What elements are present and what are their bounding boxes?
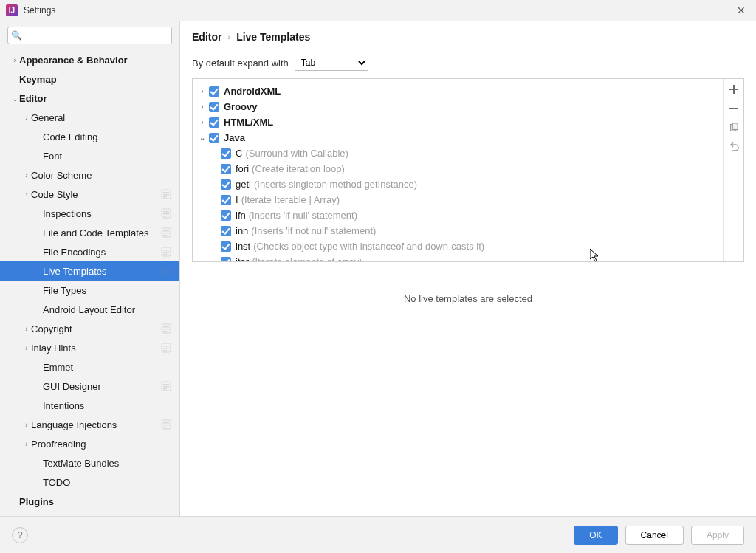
help-button[interactable]: ? bbox=[12, 527, 28, 543]
sidebar-item-code-style[interactable]: ›Code Style bbox=[0, 185, 179, 204]
template-desc: (Inserts 'if not null' statement) bbox=[251, 225, 376, 236]
template-item-geti[interactable]: geti (Inserts singleton method getInstan… bbox=[193, 176, 723, 192]
sidebar-item-file-and-code-templates[interactable]: File and Code Templates bbox=[0, 223, 179, 242]
sidebar-item-plugins[interactable]: Plugins bbox=[0, 492, 179, 511]
template-abbrev: itar bbox=[236, 256, 249, 261]
apply-button[interactable]: Apply bbox=[691, 526, 744, 545]
template-desc: (Iterate Iterable | Array) bbox=[241, 194, 340, 205]
sidebar-item-general[interactable]: ›General bbox=[0, 108, 179, 127]
checkbox[interactable] bbox=[209, 133, 219, 143]
expand-with-select[interactable]: Tab bbox=[295, 55, 368, 71]
sidebar-item-label: Proofreading bbox=[31, 439, 179, 450]
template-group-name: Groovy bbox=[224, 101, 258, 112]
sidebar-item-appearance-behavior[interactable]: ›Appearance & Behavior bbox=[0, 50, 179, 69]
checkbox[interactable] bbox=[221, 164, 231, 174]
sidebar-item-language-injections[interactable]: ›Language Injections bbox=[0, 415, 179, 434]
svg-rect-22 bbox=[163, 329, 169, 330]
project-badge-icon bbox=[160, 323, 172, 334]
project-badge-icon bbox=[160, 246, 172, 258]
template-item-itar[interactable]: itar (Iterate elements of array) bbox=[193, 254, 723, 261]
sidebar-item-font[interactable]: Font bbox=[0, 146, 179, 165]
chevron-right-icon[interactable]: › bbox=[22, 421, 31, 429]
sidebar-item-label: Font bbox=[43, 151, 179, 162]
sidebar-item-todo[interactable]: TODO bbox=[0, 473, 179, 492]
checkbox[interactable] bbox=[221, 210, 231, 221]
template-abbrev: fori bbox=[236, 163, 249, 174]
template-desc: (Iterate elements of array) bbox=[252, 256, 362, 261]
app-icon: IJ bbox=[6, 4, 18, 16]
sidebar-item-label: Color Scheme bbox=[31, 170, 179, 181]
template-item-ifn[interactable]: ifn (Inserts 'if null' statement) bbox=[193, 207, 723, 223]
chevron-down-icon[interactable]: ⌄ bbox=[197, 134, 207, 142]
template-group-groovy[interactable]: ›Groovy bbox=[193, 99, 723, 114]
checkbox[interactable] bbox=[221, 195, 231, 205]
template-item-c[interactable]: C (Surround with Callable) bbox=[193, 145, 723, 161]
chevron-right-icon[interactable]: › bbox=[22, 114, 31, 122]
sidebar-item-copyright[interactable]: ›Copyright bbox=[0, 319, 179, 338]
chevron-right-icon[interactable]: › bbox=[197, 87, 207, 95]
sidebar-item-inlay-hints[interactable]: ›Inlay Hints bbox=[0, 338, 179, 357]
sidebar-item-label: Code Style bbox=[31, 189, 160, 200]
chevron-right-icon[interactable]: › bbox=[22, 190, 31, 199]
sidebar-item-intentions[interactable]: Intentions bbox=[0, 396, 179, 415]
template-group-html-xml[interactable]: ›HTML/XML bbox=[193, 114, 723, 130]
sidebar-item-inspections[interactable]: Inspections bbox=[0, 204, 179, 223]
checkbox[interactable] bbox=[221, 226, 231, 236]
sidebar-item-keymap[interactable]: Keymap bbox=[0, 69, 179, 89]
copy-button[interactable] bbox=[726, 120, 741, 135]
sidebar-item-label: Inspections bbox=[43, 208, 160, 219]
template-group-java[interactable]: ⌄Java bbox=[193, 130, 723, 145]
chevron-right-icon[interactable]: › bbox=[22, 344, 31, 352]
remove-button[interactable] bbox=[726, 101, 741, 116]
sidebar-item-emmet[interactable]: Emmet bbox=[0, 357, 179, 377]
sidebar-item-live-templates[interactable]: Live Templates bbox=[0, 261, 179, 281]
sidebar-item-textmate-bundles[interactable]: TextMate Bundles bbox=[0, 453, 179, 473]
search-input[interactable]: 🔍 bbox=[7, 27, 172, 44]
sidebar-item-color-scheme[interactable]: ›Color Scheme bbox=[0, 165, 179, 185]
template-abbrev: I bbox=[236, 194, 238, 205]
add-button[interactable] bbox=[726, 82, 741, 97]
template-item-inn[interactable]: inn (Inserts 'if not null' statement) bbox=[193, 223, 723, 238]
template-item-inst[interactable]: inst (Checks object type with instanceof… bbox=[193, 238, 723, 254]
template-abbrev: ifn bbox=[236, 210, 246, 221]
checkbox[interactable] bbox=[209, 102, 219, 112]
chevron-down-icon[interactable]: ⌄ bbox=[10, 95, 19, 103]
chevron-right-icon[interactable]: › bbox=[197, 103, 207, 111]
checkbox[interactable] bbox=[221, 148, 231, 159]
template-item-i[interactable]: I (Iterate Iterable | Array) bbox=[193, 192, 723, 207]
svg-rect-29 bbox=[163, 384, 169, 385]
sidebar-item-label: Copyright bbox=[31, 323, 160, 334]
search-field[interactable] bbox=[24, 30, 168, 41]
sidebar-item-label: Editor bbox=[19, 93, 179, 104]
template-group-androidxml[interactable]: ›AndroidXML bbox=[193, 83, 723, 99]
sidebar-item-file-types[interactable]: File Types bbox=[0, 281, 179, 300]
svg-rect-11 bbox=[163, 235, 167, 236]
sidebar-item-proofreading[interactable]: ›Proofreading bbox=[0, 434, 179, 453]
checkbox[interactable] bbox=[209, 86, 219, 97]
sidebar-item-code-editing[interactable]: Code Editing bbox=[0, 127, 179, 146]
sidebar-item-file-encodings[interactable]: File Encodings bbox=[0, 242, 179, 261]
close-icon[interactable]: ✕ bbox=[732, 4, 750, 16]
sidebar-item-android-layout-editor[interactable]: Android Layout Editor bbox=[0, 300, 179, 319]
cancel-button[interactable]: Cancel bbox=[625, 526, 684, 545]
settings-tree[interactable]: ›Appearance & BehaviorKeymap⌄Editor›Gene… bbox=[0, 50, 179, 516]
svg-rect-30 bbox=[163, 386, 169, 388]
sidebar-item-gui-designer[interactable]: GUI Designer bbox=[0, 377, 179, 396]
chevron-right-icon[interactable]: › bbox=[10, 56, 19, 64]
checkbox[interactable] bbox=[209, 117, 219, 128]
svg-rect-26 bbox=[163, 348, 169, 349]
chevron-right-icon[interactable]: › bbox=[22, 440, 31, 448]
template-tree[interactable]: ›AndroidXML›Groovy›HTML/XML⌄JavaC (Surro… bbox=[193, 79, 723, 261]
svg-rect-21 bbox=[163, 326, 169, 328]
sidebar-item-editor[interactable]: ⌄Editor bbox=[0, 89, 179, 108]
template-item-fori[interactable]: fori (Create iteration loop) bbox=[193, 161, 723, 176]
checkbox[interactable] bbox=[221, 257, 231, 262]
checkbox[interactable] bbox=[221, 241, 231, 252]
chevron-right-icon[interactable]: › bbox=[22, 325, 31, 333]
undo-button[interactable] bbox=[726, 140, 741, 154]
checkbox[interactable] bbox=[221, 179, 231, 190]
chevron-right-icon[interactable]: › bbox=[22, 171, 31, 179]
ok-button[interactable]: OK bbox=[574, 526, 617, 545]
chevron-right-icon[interactable]: › bbox=[197, 118, 207, 126]
template-group-name: AndroidXML bbox=[224, 86, 281, 97]
